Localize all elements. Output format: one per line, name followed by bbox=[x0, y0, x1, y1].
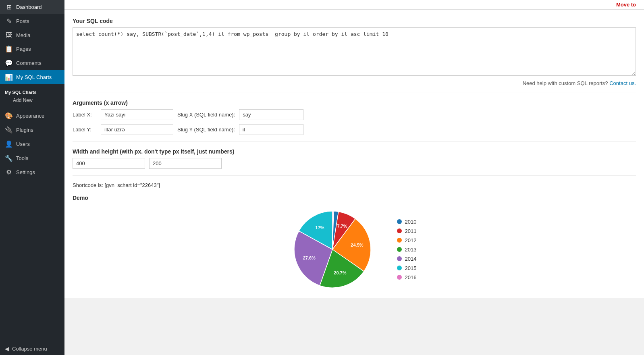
sidebar-item-plugins[interactable]: 🔌 Plugins bbox=[0, 123, 64, 137]
shortcode-section: Shortcode is: [gvn_schart id="22643"] bbox=[73, 182, 636, 188]
section-divider-2 bbox=[73, 141, 636, 142]
comments-icon: 💬 bbox=[5, 59, 13, 67]
sidebar-item-users[interactable]: 👤 Users bbox=[0, 137, 64, 151]
sidebar-item-label: Settings bbox=[16, 169, 35, 175]
main-content: Move to Your SQL code Need help with cus… bbox=[64, 0, 644, 355]
sidebar-item-comments[interactable]: 💬 Comments bbox=[0, 56, 64, 70]
sidebar: ⊞ Dashboard ✎ Posts 🖼 Media 📋 Pages 💬 Co… bbox=[0, 0, 64, 355]
arguments-section: Arguments (x arrow) Label X: Slug X (SQL… bbox=[73, 100, 636, 135]
collapse-label: Collapse menu bbox=[12, 346, 47, 352]
legend-item-2016: 2016 bbox=[397, 274, 417, 280]
chart-container: 7.7%24.5%20.7%27.6%17% 20102011201220132… bbox=[73, 209, 636, 290]
arguments-label: Arguments (x arrow) bbox=[73, 100, 636, 106]
demo-section: Demo 7.7%24.5%20.7%27.6%17% 201020112012… bbox=[73, 195, 636, 290]
sidebar-item-label: Media bbox=[16, 32, 30, 38]
sql-section-label: Your SQL code bbox=[73, 18, 636, 24]
collapse-icon: ◀ bbox=[5, 346, 9, 352]
tools-icon: 🔧 bbox=[5, 154, 13, 162]
legend-label-2013: 2013 bbox=[405, 247, 417, 253]
appearance-icon: 🎨 bbox=[5, 112, 13, 120]
sidebar-item-label: Dashboard bbox=[16, 4, 42, 10]
pie-label-2012: 24.5% bbox=[351, 243, 363, 247]
dimensions-label: Width and height (with px. don't type px… bbox=[73, 148, 636, 155]
label-x-row: Label X: Slug X (SQL field name): bbox=[73, 109, 636, 120]
sidebar-item-posts[interactable]: ✎ Posts bbox=[0, 14, 64, 28]
legend-item-2010: 2010 bbox=[397, 219, 417, 225]
slug-x-label-text: Slug X (SQL field name): bbox=[177, 112, 235, 118]
pie-svg: 7.7%24.5%20.7%27.6%17% bbox=[292, 209, 373, 290]
pie-label-2011: 7.7% bbox=[337, 224, 347, 228]
section-divider-1 bbox=[73, 93, 636, 93]
legend-label-2016: 2016 bbox=[405, 274, 417, 280]
dimensions-section: Width and height (with px. don't type px… bbox=[73, 148, 636, 169]
legend-item-2014: 2014 bbox=[397, 256, 417, 262]
label-x-text: Label X: bbox=[73, 112, 97, 118]
mysql-charts-icon: 📊 bbox=[5, 73, 13, 81]
mysql-section-label: My SQL Charts bbox=[0, 87, 64, 95]
section-divider-3 bbox=[73, 175, 636, 176]
label-y-input[interactable] bbox=[101, 124, 173, 135]
sidebar-item-media[interactable]: 🖼 Media bbox=[0, 28, 64, 42]
height-input[interactable] bbox=[149, 158, 222, 169]
settings-icon: ⚙ bbox=[5, 168, 13, 176]
legend-dot-2013 bbox=[397, 247, 402, 252]
pie-label-2015: 17% bbox=[315, 225, 324, 230]
sidebar-item-label: Tools bbox=[16, 155, 28, 161]
help-text-label: Need help with custom SQL reports? bbox=[523, 80, 608, 86]
slug-y-input[interactable] bbox=[239, 124, 303, 135]
content-area: Your SQL code Need help with custom SQL … bbox=[64, 10, 644, 298]
sidebar-item-mysql-charts[interactable]: 📊 My SQL Charts bbox=[0, 70, 64, 84]
users-icon: 👤 bbox=[5, 140, 13, 148]
legend-item-2015: 2015 bbox=[397, 265, 417, 271]
legend-label-2015: 2015 bbox=[405, 265, 417, 271]
label-x-input[interactable] bbox=[101, 109, 173, 120]
legend-dot-2014 bbox=[397, 256, 402, 261]
sidebar-item-label: Comments bbox=[16, 60, 42, 66]
sidebar-item-dashboard[interactable]: ⊞ Dashboard bbox=[0, 0, 64, 14]
slug-y-label-text: Slug Y (SQL field name): bbox=[177, 127, 235, 133]
sidebar-item-pages[interactable]: 📋 Pages bbox=[0, 42, 64, 56]
sidebar-item-label: My SQL Charts bbox=[16, 74, 52, 80]
sidebar-item-label: Appearance bbox=[16, 113, 44, 119]
legend-item-2012: 2012 bbox=[397, 237, 417, 243]
legend-item-2011: 2011 bbox=[397, 228, 417, 234]
legend-label-2012: 2012 bbox=[405, 237, 417, 243]
label-y-text: Label Y: bbox=[73, 127, 97, 133]
legend-dot-2016 bbox=[397, 275, 402, 280]
slug-x-input[interactable] bbox=[239, 109, 303, 120]
contact-link[interactable]: Contact us. bbox=[609, 80, 636, 86]
pie-chart: 7.7%24.5%20.7%27.6%17% bbox=[292, 209, 373, 290]
legend-label-2014: 2014 bbox=[405, 256, 417, 262]
width-input[interactable] bbox=[73, 158, 145, 169]
legend-dot-2011 bbox=[397, 228, 402, 233]
sidebar-item-label: Plugins bbox=[16, 127, 33, 133]
media-icon: 🖼 bbox=[5, 31, 13, 39]
demo-label: Demo bbox=[73, 195, 636, 201]
sql-code-input[interactable] bbox=[73, 27, 636, 76]
sidebar-item-label: Pages bbox=[16, 46, 31, 52]
chart-legend: 2010201120122013201420152016 bbox=[397, 219, 417, 280]
legend-label-2010: 2010 bbox=[405, 219, 417, 225]
sidebar-item-tools[interactable]: 🔧 Tools bbox=[0, 151, 64, 165]
posts-icon: ✎ bbox=[5, 17, 13, 25]
sidebar-add-new[interactable]: Add New bbox=[0, 95, 64, 105]
legend-item-2013: 2013 bbox=[397, 247, 417, 253]
shortcode-text: Shortcode is: [gvn_schart id="22643"] bbox=[73, 182, 160, 188]
help-text: Need help with custom SQL reports? Conta… bbox=[73, 80, 636, 86]
sidebar-item-settings[interactable]: ⚙ Settings bbox=[0, 165, 64, 179]
collapse-menu-button[interactable]: ◀ Collapse menu bbox=[0, 343, 64, 355]
move-to-bar: Move to bbox=[64, 0, 644, 10]
plugins-icon: 🔌 bbox=[5, 126, 13, 134]
pie-label-2013: 20.7% bbox=[334, 270, 346, 275]
legend-label-2011: 2011 bbox=[405, 228, 417, 234]
sidebar-item-label: Posts bbox=[16, 18, 29, 24]
dashboard-icon: ⊞ bbox=[5, 3, 13, 11]
pages-icon: 📋 bbox=[5, 45, 13, 53]
label-y-row: Label Y: Slug Y (SQL field name): bbox=[73, 124, 636, 135]
sidebar-item-appearance[interactable]: 🎨 Appearance bbox=[0, 109, 64, 123]
legend-dot-2015 bbox=[397, 266, 402, 270]
dimension-row bbox=[73, 158, 636, 169]
pie-label-2014: 27.6% bbox=[303, 255, 315, 260]
sidebar-item-label: Users bbox=[16, 141, 30, 147]
legend-dot-2010 bbox=[397, 219, 402, 224]
